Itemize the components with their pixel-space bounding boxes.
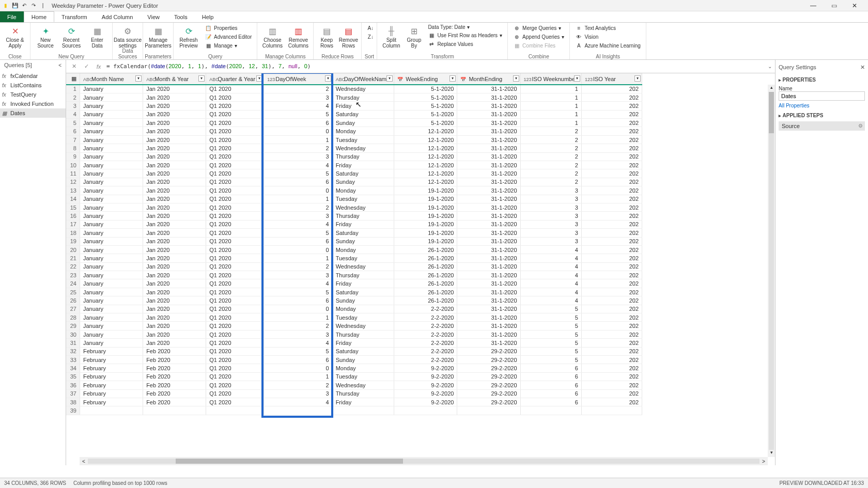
- row-number[interactable]: 13: [66, 186, 80, 195]
- cell[interactable]: Monday: [332, 245, 394, 254]
- cell[interactable]: Q1 2020: [206, 186, 264, 195]
- row-number[interactable]: 15: [66, 203, 80, 211]
- cell[interactable]: January: [80, 254, 143, 262]
- cell[interactable]: Feb 2020: [143, 347, 206, 355]
- cell[interactable]: Q1 2020: [206, 330, 264, 338]
- cell[interactable]: Monday: [332, 305, 394, 313]
- cell[interactable]: Friday: [332, 339, 394, 347]
- cell[interactable]: 5: [520, 356, 581, 364]
- cell[interactable]: Tuesday: [332, 195, 394, 203]
- cell[interactable]: Friday: [332, 220, 394, 228]
- cell[interactable]: Q1 2020: [206, 102, 264, 110]
- cell[interactable]: January: [80, 262, 143, 271]
- cell[interactable]: 202: [581, 313, 642, 322]
- scroll-down-icon[interactable]: ▾: [768, 450, 775, 457]
- cell[interactable]: 0: [264, 127, 332, 135]
- cell[interactable]: 3: [520, 203, 581, 211]
- hscroll-thumb[interactable]: [176, 459, 403, 464]
- cell[interactable]: January: [80, 339, 143, 347]
- cell[interactable]: 202: [581, 178, 642, 186]
- cell[interactable]: 2: [520, 127, 581, 135]
- cell[interactable]: 4: [264, 398, 332, 406]
- cell[interactable]: 31-1-2020: [457, 110, 520, 118]
- row-number[interactable]: 32: [66, 347, 80, 355]
- table-corner[interactable]: ▦: [66, 73, 80, 85]
- formula-input[interactable]: = fxCalendar(#date(2020, 1, 1), #date(20…: [106, 63, 765, 70]
- cell[interactable]: Wednesday: [332, 322, 394, 330]
- row-number[interactable]: 27: [66, 305, 80, 313]
- cell[interactable]: 3: [520, 186, 581, 195]
- new-source-button[interactable]: ✦New Source: [34, 24, 57, 52]
- cell[interactable]: 0: [264, 305, 332, 313]
- table-row[interactable]: 7JanuaryJan 2020Q1 20201Tuesday12-1-2020…: [66, 135, 642, 144]
- column-header-weekending[interactable]: 📅WeekEnding▾: [394, 73, 457, 85]
- cell[interactable]: 9-2-2020: [394, 398, 457, 406]
- table-row[interactable]: 38FebruaryFeb 2020Q1 20204Friday9-2-2020…: [66, 398, 642, 406]
- cell[interactable]: Q1 2020: [206, 254, 264, 262]
- cell[interactable]: Friday: [332, 398, 394, 406]
- table-row[interactable]: 20JanuaryJan 2020Q1 20200Monday26-1-2020…: [66, 245, 642, 254]
- cell[interactable]: January: [80, 288, 143, 296]
- cell[interactable]: 31-1-2020: [457, 279, 520, 288]
- cell[interactable]: Q1 2020: [206, 381, 264, 389]
- cell[interactable]: Q1 2020: [206, 398, 264, 406]
- table-row[interactable]: 2JanuaryJan 2020Q1 20203Thursday5-1-2020…: [66, 93, 642, 101]
- row-number[interactable]: 11: [66, 169, 80, 178]
- cell[interactable]: Q1 2020: [206, 296, 264, 305]
- cell[interactable]: 2-2-2020: [394, 313, 457, 322]
- cell[interactable]: Jan 2020: [143, 169, 206, 178]
- hscroll-track[interactable]: [88, 459, 760, 464]
- cell[interactable]: Q1 2020: [206, 372, 264, 381]
- cell[interactable]: Feb 2020: [143, 356, 206, 364]
- cell[interactable]: 1: [520, 119, 581, 127]
- step-gear-icon[interactable]: ⚙: [858, 123, 863, 129]
- cell[interactable]: 31-1-2020: [457, 237, 520, 245]
- cell[interactable]: Jan 2020: [143, 186, 206, 195]
- cell[interactable]: 3: [264, 330, 332, 338]
- cell[interactable]: Q1 2020: [206, 85, 264, 93]
- cell[interactable]: 202: [581, 271, 642, 279]
- column-filter-icon[interactable]: ▾: [634, 75, 641, 82]
- merge-queries-button[interactable]: ⊕Merge Queries ▾: [511, 24, 566, 32]
- cell[interactable]: 202: [581, 135, 642, 144]
- cell[interactable]: 3: [264, 271, 332, 279]
- cell[interactable]: 31-1-2020: [457, 254, 520, 262]
- cell[interactable]: 29-2-2020: [457, 398, 520, 406]
- row-number[interactable]: 4: [66, 110, 80, 118]
- column-header-iso-year[interactable]: 123ISO Year▾: [581, 73, 642, 85]
- cell[interactable]: 202: [581, 372, 642, 381]
- cell[interactable]: 31-1-2020: [457, 144, 520, 152]
- cell[interactable]: 2: [520, 178, 581, 186]
- undo-icon[interactable]: ↶: [21, 2, 28, 9]
- cell[interactable]: 2: [264, 144, 332, 152]
- table-row[interactable]: 29JanuaryJan 2020Q1 20202Wednesday2-2-20…: [66, 322, 642, 330]
- cell[interactable]: 202: [581, 381, 642, 389]
- cell[interactable]: 2-2-2020: [394, 356, 457, 364]
- cell[interactable]: 6: [264, 356, 332, 364]
- cell[interactable]: 3: [264, 212, 332, 220]
- row-number[interactable]: 36: [66, 381, 80, 389]
- tab-file[interactable]: File: [0, 11, 24, 22]
- table-row[interactable]: 6JanuaryJan 2020Q1 20200Monday12-1-20203…: [66, 127, 642, 135]
- cell[interactable]: Jan 2020: [143, 178, 206, 186]
- cell[interactable]: Jan 2020: [143, 135, 206, 144]
- cell[interactable]: 26-1-2020: [394, 271, 457, 279]
- cell[interactable]: 4: [264, 220, 332, 228]
- cell[interactable]: 31-1-2020: [457, 178, 520, 186]
- cell[interactable]: 3: [520, 220, 581, 228]
- cell[interactable]: 31-1-2020: [457, 195, 520, 203]
- horizontal-scrollbar[interactable]: < >: [80, 457, 768, 465]
- split-column-button[interactable]: ╫Split Column: [380, 24, 402, 52]
- vertical-scrollbar[interactable]: ▴ ▾: [768, 85, 775, 457]
- cell[interactable]: 6: [520, 381, 581, 389]
- cell[interactable]: January: [80, 152, 143, 161]
- column-filter-icon[interactable]: ▾: [135, 75, 142, 82]
- cell[interactable]: 12-1-2020: [394, 127, 457, 135]
- first-row-headers-button[interactable]: ▦Use First Row as Headers ▾: [426, 31, 504, 39]
- cell[interactable]: Q1 2020: [206, 322, 264, 330]
- scroll-left-icon[interactable]: <: [80, 459, 88, 464]
- cell[interactable]: 202: [581, 119, 642, 127]
- row-number[interactable]: 31: [66, 339, 80, 347]
- cell[interactable]: 6: [520, 398, 581, 406]
- table-row[interactable]: 30JanuaryJan 2020Q1 20203Thursday2-2-202…: [66, 330, 642, 338]
